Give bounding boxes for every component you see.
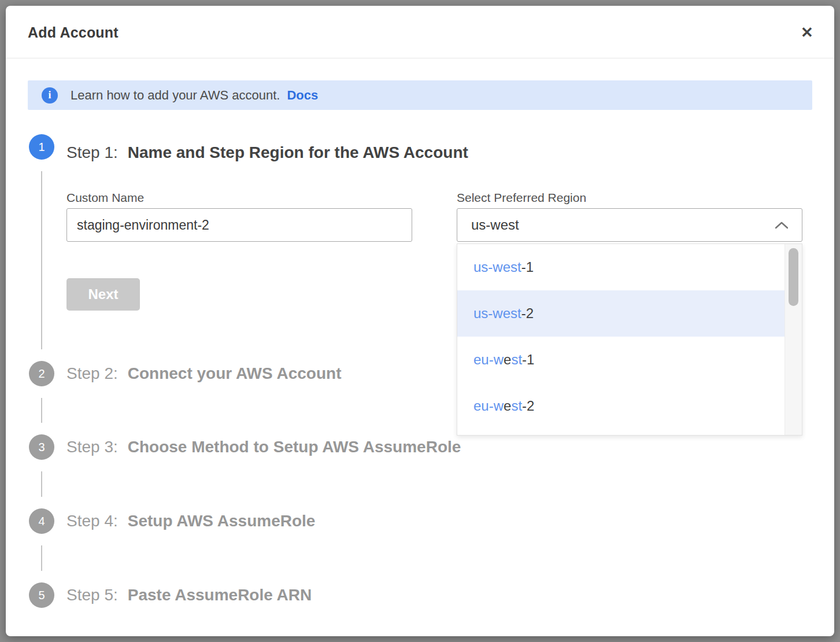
header-divider <box>6 58 834 58</box>
step-3-title: Choose Method to Setup AWS AssumeRole <box>128 438 461 456</box>
option-match-text: us-west <box>473 305 521 322</box>
step-4-title: Setup AWS AssumeRole <box>128 512 316 530</box>
option-rest-text: -2 <box>521 305 534 322</box>
step-3-circle: 3 <box>29 434 54 460</box>
custom-name-input[interactable] <box>66 208 412 242</box>
option-rest-text: e <box>504 352 511 368</box>
next-button[interactable]: Next <box>66 278 140 311</box>
region-option-us-west-1[interactable]: us-west-1 <box>457 244 785 290</box>
step-4-prefix: Step 4: <box>66 512 118 530</box>
step-5-heading: Step 5: Paste AssumeRole ARN <box>66 582 312 608</box>
region-option-us-west-2[interactable]: us-west-2 <box>457 290 785 337</box>
region-label: Select Preferred Region <box>457 191 586 205</box>
step-4-number: 4 <box>38 515 45 528</box>
step-2-title: Connect your AWS Account <box>128 364 342 383</box>
option-match-text: st <box>511 398 522 414</box>
step-1-circle: 1 <box>29 134 54 160</box>
region-select[interactable]: us-west <box>457 208 802 242</box>
chevron-up-icon <box>775 222 788 229</box>
step-1-heading: Step 1: Name and Step Region for the AWS… <box>66 140 468 165</box>
step-2-prefix: Step 2: <box>66 364 118 383</box>
step-5-title: Paste AssumeRole ARN <box>128 586 312 604</box>
region-dropdown-menu: us-west-1 us-west-2 eu-west-1 eu-west-2 <box>457 243 802 436</box>
page-title: Add Account <box>28 24 119 41</box>
step-1-title: Name and Step Region for the AWS Account <box>128 143 468 162</box>
step-5-prefix: Step 5: <box>66 586 118 604</box>
step-3-prefix: Step 3: <box>66 438 118 456</box>
option-rest-text: -1 <box>522 352 534 368</box>
step-5-number: 5 <box>38 589 45 602</box>
step-1-number: 1 <box>38 141 45 154</box>
banner-text: Learn how to add your AWS account. <box>71 88 280 103</box>
option-match-text: us-west <box>473 259 521 275</box>
step-2-heading: Step 2: Connect your AWS Account <box>66 361 341 386</box>
connector-step1-step2 <box>41 171 42 349</box>
step-5-circle: 5 <box>29 582 54 608</box>
step-3-number: 3 <box>38 441 45 454</box>
connector-step3-step4 <box>41 471 42 497</box>
step-4-heading: Step 4: Setup AWS AssumeRole <box>66 508 315 534</box>
region-select-value: us-west <box>471 217 519 233</box>
option-rest-text: -1 <box>521 259 534 275</box>
step-2-number: 2 <box>38 367 45 381</box>
info-banner: i Learn how to add your AWS account. Doc… <box>28 80 812 110</box>
step-3-heading: Step 3: Choose Method to Setup AWS Assum… <box>66 434 461 460</box>
connector-step2-step3 <box>41 398 42 423</box>
region-option-eu-west-1[interactable]: eu-west-1 <box>457 337 785 383</box>
close-icon[interactable]: ✕ <box>795 21 819 44</box>
option-rest-text: -2 <box>522 398 534 414</box>
option-match-text: eu-w <box>473 398 504 414</box>
add-account-modal: Add Account ✕ i Learn how to add your AW… <box>6 6 834 636</box>
dropdown-scrollbar-thumb[interactable] <box>789 248 798 306</box>
info-icon: i <box>42 87 58 104</box>
custom-name-label: Custom Name <box>66 191 144 205</box>
option-match-text: eu-w <box>473 352 504 368</box>
step-1-prefix: Step 1: <box>66 143 118 162</box>
option-rest-text: e <box>504 398 511 414</box>
step-4-circle: 4 <box>29 508 54 534</box>
docs-link[interactable]: Docs <box>287 88 318 103</box>
option-match-text: st <box>511 352 522 368</box>
dropdown-scrollbar[interactable] <box>785 244 802 435</box>
connector-step4-step5 <box>41 545 42 571</box>
region-option-eu-west-2[interactable]: eu-west-2 <box>457 383 785 429</box>
step-2-circle: 2 <box>29 361 54 386</box>
